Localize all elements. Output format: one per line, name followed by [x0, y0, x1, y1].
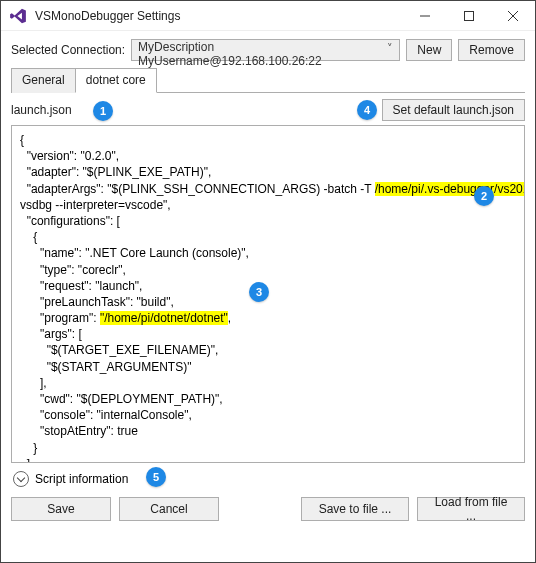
connection-select[interactable]: MyDescription MyUsername@192.168.100.26:…	[131, 39, 400, 61]
annotation-badge-5: 5	[146, 467, 166, 487]
tab-dotnet-core[interactable]: dotnet core	[75, 68, 157, 93]
tab-strip: General dotnet core	[11, 67, 525, 93]
tab-general[interactable]: General	[11, 68, 76, 93]
window-title: VSMonoDebugger Settings	[35, 9, 403, 23]
dialog-body: Selected Connection: MyDescription MyUse…	[1, 31, 535, 531]
connection-selected-value: MyDescription MyUsername@192.168.100.26:…	[138, 40, 322, 68]
script-information-row[interactable]: Script information 5	[11, 465, 525, 493]
svg-rect-1	[465, 11, 474, 20]
json-config-cwd: $(DEPLOYMENT_PATH)	[81, 392, 215, 406]
set-default-launchjson-button[interactable]: Set default launch.json	[382, 99, 525, 121]
connection-label: Selected Connection:	[11, 43, 125, 57]
vs-logo-icon	[9, 7, 27, 25]
json-version: 0.2.0	[85, 149, 112, 163]
save-to-file-button[interactable]: Save to file ...	[301, 497, 409, 521]
launch-json-editor[interactable]: { "version": "0.2.0", "adapter": "$(PLIN…	[11, 125, 525, 463]
json-config-name: .NET Core Launch (console)	[89, 246, 241, 260]
new-connection-button[interactable]: New	[406, 39, 452, 61]
script-information-label: Script information	[35, 472, 128, 486]
json-config-arg-1: $(START_ARGUMENTS)	[51, 360, 187, 374]
titlebar: VSMonoDebugger Settings	[1, 1, 535, 31]
footer-buttons: Save Cancel Save to file ... Load from f…	[11, 497, 525, 521]
chevron-down-icon	[13, 471, 29, 487]
json-config-arg-0: $(TARGET_EXE_FILENAME)	[51, 343, 211, 357]
json-config-stopatentry: true	[117, 424, 138, 438]
remove-connection-button[interactable]: Remove	[458, 39, 525, 61]
window-controls	[403, 1, 535, 31]
close-button[interactable]	[491, 1, 535, 31]
filename-label: launch.json	[11, 103, 72, 117]
annotation-badge-3: 3	[249, 282, 269, 302]
json-config-request: launch	[99, 279, 134, 293]
json-adapter-args-highlight: /home/pi/.vs-debugger/vs2019/	[375, 182, 525, 196]
json-config-type: coreclr	[82, 263, 118, 277]
json-config-prelaunchtask: build	[141, 295, 166, 309]
annotation-badge-4: 4	[357, 100, 377, 120]
maximize-button[interactable]	[447, 1, 491, 31]
connection-row: Selected Connection: MyDescription MyUse…	[11, 39, 525, 61]
annotation-badge-2: 2	[474, 186, 494, 206]
filename-row: launch.json Set default launch.json 1 4	[11, 99, 525, 121]
annotation-badge-1: 1	[93, 101, 113, 121]
json-adapter-args-line2: vsdbg --interpreter=vscode	[20, 198, 163, 212]
json-adapter-args-prefix: $(PLINK_SSH_CONNECTION_ARGS) -batch -T	[112, 182, 375, 196]
json-config-console: internalConsole	[101, 408, 184, 422]
save-button[interactable]: Save	[11, 497, 111, 521]
load-from-file-button[interactable]: Load from file ...	[417, 497, 525, 521]
json-adapter: $(PLINK_EXE_PATH)	[87, 165, 204, 179]
minimize-button[interactable]	[403, 1, 447, 31]
json-config-program: /home/pi/dotnet/dotnet	[104, 311, 223, 325]
cancel-button[interactable]: Cancel	[119, 497, 219, 521]
